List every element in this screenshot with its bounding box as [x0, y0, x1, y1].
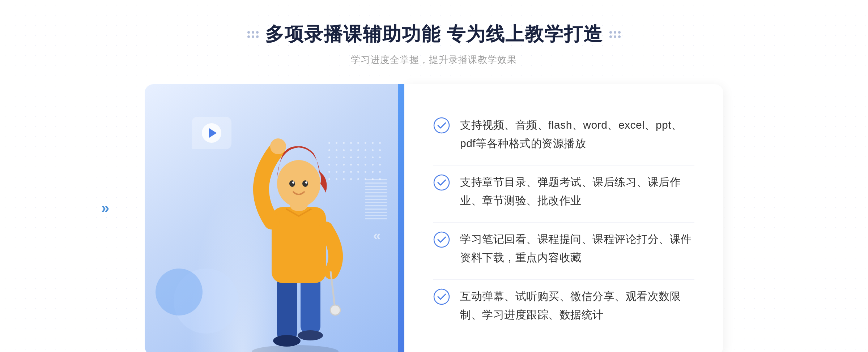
- svg-point-13: [305, 181, 307, 184]
- svg-point-10: [289, 180, 295, 187]
- right-dots-icon: [609, 31, 621, 38]
- content-area: « 支持视频、音频、flash、word、excel、ppt、pdf等各种格式的…: [145, 84, 723, 352]
- check-icon-1: [433, 117, 450, 134]
- svg-point-17: [434, 289, 449, 304]
- check-icon-4: [433, 288, 450, 305]
- blue-separator-bar: [398, 84, 404, 352]
- illustration-wrapper: «: [145, 84, 398, 352]
- svg-point-6: [270, 138, 286, 154]
- feature-text-3: 学习笔记回看、课程提问、课程评论打分、课件资料下载，重点内容收藏: [460, 230, 694, 267]
- feature-item-1: 支持视频、音频、flash、word、excel、ppt、pdf等各种格式的资源…: [433, 108, 694, 160]
- features-panel: 支持视频、音频、flash、word、excel、ppt、pdf等各种格式的资源…: [404, 84, 723, 352]
- svg-rect-5: [272, 207, 326, 283]
- main-title: 多项录播课辅助功能 专为线上教学打造: [265, 22, 603, 47]
- stripe-decoration: [365, 178, 387, 222]
- svg-point-9: [277, 160, 320, 207]
- illustration-bg: «: [145, 84, 398, 352]
- svg-point-4: [298, 330, 323, 340]
- page-wrapper: 多项录播课辅助功能 专为线上教学打造 学习进度全掌握，提升录播课教学效果 »: [0, 0, 868, 352]
- svg-point-14: [434, 118, 449, 133]
- feature-item-2: 支持章节目录、弹题考试、课后练习、课后作业、章节测验、批改作业: [433, 165, 694, 217]
- svg-point-11: [302, 180, 308, 187]
- outer-arrow-decoration: »: [101, 200, 109, 216]
- svg-point-16: [434, 232, 449, 247]
- svg-point-7: [330, 305, 340, 315]
- person-figure: [230, 120, 367, 352]
- svg-rect-1: [277, 276, 297, 341]
- play-bubble: [192, 117, 231, 149]
- circle-blue: [156, 269, 203, 315]
- svg-point-3: [273, 335, 301, 347]
- svg-point-0: [252, 345, 339, 352]
- feature-item-4: 互动弹幕、试听购买、微信分享、观看次数限制、学习进度跟踪、数据统计: [433, 279, 694, 331]
- feature-item-3: 学习笔记回看、课程提问、课程评论打分、课件资料下载，重点内容收藏: [433, 222, 694, 274]
- check-icon-3: [433, 231, 450, 248]
- left-dots-icon: [247, 31, 259, 38]
- subtitle: 学习进度全掌握，提升录播课教学效果: [247, 53, 621, 66]
- right-chevrons: «: [373, 228, 378, 244]
- feature-text-1: 支持视频、音频、flash、word、excel、ppt、pdf等各种格式的资源…: [460, 116, 694, 153]
- title-row: 多项录播课辅助功能 专为线上教学打造: [247, 22, 621, 47]
- check-icon-2: [433, 174, 450, 191]
- svg-point-12: [292, 181, 294, 184]
- feature-text-2: 支持章节目录、弹题考试、课后练习、课后作业、章节测验、批改作业: [460, 173, 694, 210]
- svg-rect-2: [301, 276, 320, 334]
- svg-point-15: [434, 175, 449, 190]
- feature-text-4: 互动弹幕、试听购买、微信分享、观看次数限制、学习进度跟踪、数据统计: [460, 287, 694, 324]
- play-button-icon: [202, 123, 221, 143]
- header-section: 多项录播课辅助功能 专为线上教学打造 学习进度全掌握，提升录播课教学效果: [247, 22, 621, 66]
